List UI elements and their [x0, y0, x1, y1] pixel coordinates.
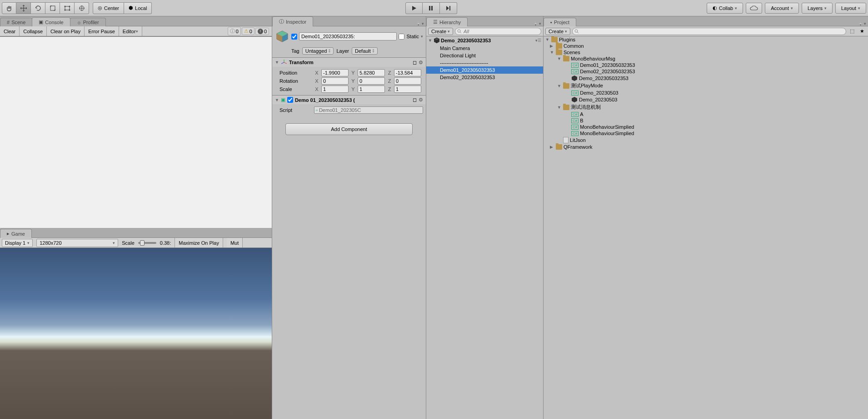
panel-menu-icon[interactable] [539, 20, 541, 26]
scale-tool-button[interactable] [45, 2, 60, 14]
hierarchy-search-input[interactable] [455, 28, 541, 35]
panel-menu-icon[interactable] [864, 20, 866, 26]
filter-icon[interactable]: ⬚ [848, 28, 856, 34]
tab-game[interactable]: ▸ Game [0, 229, 32, 238]
tab-scene[interactable]: # Scene [0, 18, 32, 26]
project-folder[interactable]: ▼Plugins [544, 36, 868, 43]
help-icon[interactable]: ◻ [413, 60, 417, 66]
step-button[interactable] [440, 2, 457, 14]
scale-z-input[interactable] [394, 86, 421, 93]
tab-profiler[interactable]: ☼ Profiler [70, 18, 106, 26]
hand-tool-button[interactable] [2, 2, 16, 14]
hierarchy-body[interactable]: ▼ Demo_202305032353 ▾☰ Main Camera Direc… [426, 36, 543, 419]
gear-icon[interactable] [419, 60, 423, 66]
project-folder[interactable]: ▼测试消息机制 [544, 103, 868, 111]
lock-icon[interactable] [416, 20, 421, 26]
rotation-x-input[interactable] [321, 77, 349, 85]
help-icon[interactable]: ◻ [413, 97, 417, 103]
rotation-y-input[interactable] [358, 77, 385, 85]
position-x-input[interactable] [321, 69, 349, 76]
project-search-input[interactable] [572, 28, 846, 35]
tab-console[interactable]: ▣ Console [32, 17, 70, 26]
project-folder[interactable]: ▼MonoBehaviourMsg [544, 56, 868, 62]
add-component-button[interactable]: Add Component [285, 123, 413, 135]
scale-x-input[interactable] [321, 86, 349, 93]
project-script-item[interactable]: C#MonoBehaviourSimplied [544, 130, 868, 136]
project-script-item[interactable]: C#A [544, 111, 868, 117]
project-create-dropdown[interactable]: Create ▾ [545, 28, 570, 35]
maximize-on-play-button[interactable]: Maximize On Play [175, 238, 223, 247]
static-checkbox[interactable] [399, 34, 404, 40]
project-body[interactable]: ▼Plugins ▶Common ▼Scenes ▼MonoBehaviourM… [544, 36, 868, 419]
panel-menu-icon[interactable] [422, 20, 424, 26]
console-clear-button[interactable]: Clear [0, 26, 20, 36]
hierarchy-item[interactable]: Main Camera [426, 45, 543, 52]
rect-tool-button[interactable] [60, 2, 75, 14]
project-script-item[interactable]: C#MonoBehaviourSimplied [544, 124, 868, 130]
console-body[interactable] [0, 36, 272, 228]
pivot-local-button[interactable]: ⬢ Local [124, 2, 152, 14]
error-count-chip[interactable]: !0 [255, 28, 269, 35]
console-editor-dropdown[interactable]: Editor ▾ [119, 26, 142, 36]
info-count-chip[interactable]: ⓘ0 [228, 27, 241, 35]
tab-inspector[interactable]: ⓘ Inspector [272, 16, 313, 26]
scene-menu-icon[interactable]: ▾☰ [535, 38, 541, 43]
static-dropdown-icon[interactable]: ▾ [421, 34, 423, 39]
collab-button[interactable]: ◐ Collab ▾ [707, 3, 743, 14]
hierarchy-create-dropdown[interactable]: Create ▾ [428, 28, 453, 35]
project-dll-item[interactable]: LitJson [544, 136, 868, 144]
gameobject-name-input[interactable] [299, 32, 397, 40]
tab-project[interactable]: ▪ Project [544, 18, 576, 26]
project-folder[interactable]: ▶Common [544, 43, 868, 49]
console-collapse-button[interactable]: Collapse [20, 26, 47, 36]
transform-tool-button[interactable] [75, 2, 89, 14]
account-button[interactable]: Account ▾ [765, 3, 799, 14]
project-folder[interactable]: ▼Scenes [544, 49, 868, 56]
hierarchy-item[interactable]: Demo02_202305032353 [426, 74, 543, 81]
pause-button[interactable] [423, 2, 440, 14]
transform-header[interactable]: ▼ Transform ◻ [272, 58, 426, 67]
console-clear-on-play-button[interactable]: Clear on Play [47, 26, 85, 36]
project-script-item[interactable]: C#Demo02_202305032353 [544, 68, 868, 75]
layers-button[interactable]: Layers ▾ [802, 3, 833, 14]
rotation-z-input[interactable] [394, 77, 421, 85]
hierarchy-item[interactable]: Directional Light [426, 52, 543, 59]
layer-dropdown[interactable]: Default ‡ [352, 47, 378, 55]
foldout-icon[interactable]: ▼ [428, 38, 433, 43]
pivot-center-button[interactable]: ◎ Center [93, 2, 124, 14]
position-y-input[interactable] [358, 69, 385, 76]
scale-y-input[interactable] [358, 86, 385, 93]
layout-button[interactable]: Layout ▾ [835, 3, 866, 14]
favorite-icon[interactable]: ★ [858, 28, 866, 34]
cloud-button[interactable] [746, 3, 762, 14]
script-object-field[interactable]: ▫ Demo01_202305C [314, 106, 423, 114]
move-tool-button[interactable] [16, 2, 31, 14]
project-script-item[interactable]: C#B [544, 117, 868, 124]
position-z-input[interactable] [394, 69, 421, 76]
project-folder[interactable]: ▼测试PlayMode [544, 82, 868, 90]
mute-audio-button[interactable]: Mut [227, 238, 243, 247]
project-scene-item[interactable]: Demo_20230503 [544, 96, 868, 103]
gear-icon[interactable] [419, 97, 423, 103]
resolution-dropdown[interactable]: 1280x720 ▾ [36, 239, 118, 247]
tag-dropdown[interactable]: Untagged ‡ [302, 47, 334, 55]
hierarchy-item-selected[interactable]: Demo01_202305032353 [426, 66, 543, 74]
tab-hierarchy[interactable]: ☰ Hierarchy [426, 17, 468, 26]
play-button[interactable] [405, 2, 423, 14]
display-dropdown[interactable]: Display 1 ▾ [2, 239, 33, 247]
project-script-item[interactable]: C#Demo_20230503 [544, 90, 868, 96]
console-error-pause-button[interactable]: Error Pause [85, 26, 119, 36]
hierarchy-item[interactable]: ----------------------------- [426, 59, 543, 66]
game-view[interactable] [0, 248, 272, 419]
lock-icon[interactable] [858, 20, 863, 26]
lock-icon[interactable] [533, 20, 538, 26]
script-component-header[interactable]: ▼ ▣ Demo 01_202305032353 ( ◻ [272, 96, 426, 104]
scale-slider[interactable] [138, 242, 156, 244]
project-scene-item[interactable]: Demo_202305032353 [544, 75, 868, 82]
hierarchy-scene-root[interactable]: ▼ Demo_202305032353 ▾☰ [426, 36, 543, 45]
project-script-item[interactable]: C#Demo01_202305032353 [544, 62, 868, 68]
gameobject-active-checkbox[interactable] [291, 34, 297, 40]
component-enabled-checkbox[interactable] [287, 97, 293, 103]
warn-count-chip[interactable]: ⚠0 [242, 27, 254, 35]
project-folder[interactable]: ▶QFramework [544, 144, 868, 150]
